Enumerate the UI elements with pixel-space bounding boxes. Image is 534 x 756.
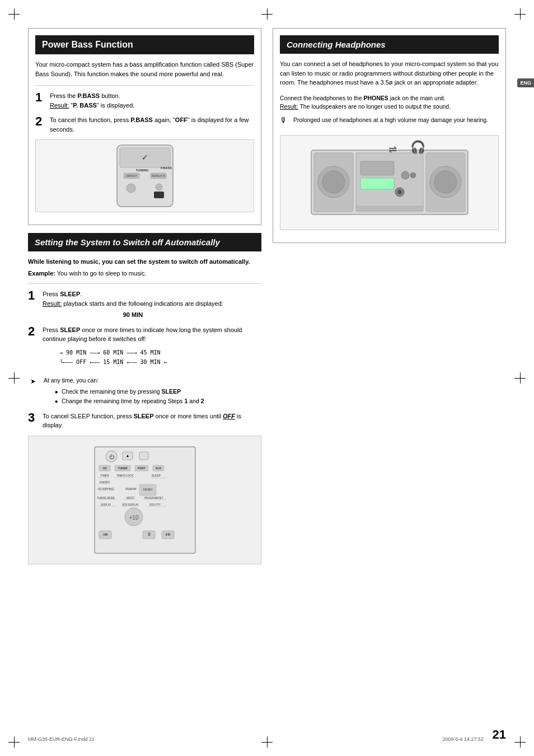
sleep-tip: ➤ At any time, you can: Check the remain… [28,376,261,408]
svg-text:⏸: ⏸ [146,531,151,537]
svg-rect-68 [360,178,394,189]
power-bass-intro: Your micro-compact system has a bass amp… [35,60,254,78]
svg-text:PORT: PORT [138,466,146,470]
headphones-section: Connecting Headphones You can connect a … [273,28,506,243]
step1-content: Press the P.BASS button. Result: "P. BAS… [50,91,134,110]
headphone-svg: ⇌ 🎧 [306,139,474,226]
svg-text:⇌: ⇌ [388,144,396,155]
example-label: Example: [28,270,55,277]
svg-text:DISPLAY: DISPLAY [100,503,111,506]
sleep-step2-content: Press SLEEP once or more times to indica… [43,325,261,371]
tip-arrow-icon: ➤ [30,377,40,385]
headphones-warning: 🎙 Prolonged use of headphones at a high … [280,116,499,129]
step1-result-text: "P. BASS" is displayed. [71,102,134,109]
svg-text:✓: ✓ [142,153,148,162]
power-bass-section: Power Bass Function Your micro-compact s… [28,28,261,225]
sleep-step2: 2 Press SLEEP once or more times to indi… [28,325,261,371]
sleep-diagram-bot: └——— OFF ←—— 15 MIN ←—— 30 MIN ← [59,358,261,366]
cassette-icon: 🎙 [280,116,290,125]
headphones-connect-text: Connect the headphones to the PHONES jac… [280,94,499,112]
sleep-step3-number: 3 [28,412,38,424]
sleep-diagram-top: → 90 MIN ——→ 60 MIN ——→ 45 MIN [59,348,261,357]
step2-number: 2 [35,115,45,128]
svg-text:AUX: AUX [155,466,161,470]
svg-text:TIMER: TIMER [100,474,109,477]
svg-point-65 [434,171,457,193]
svg-text:SLEEP: SLEEP [151,474,161,477]
sleep-example-text: Example: You wish to go to sleep to musi… [28,269,261,278]
headphones-result-text: The loudspeakers are no longer used to o… [299,103,451,110]
svg-text:RDS PTY: RDS PTY [149,503,161,506]
divider-1 [35,85,254,86]
headphones-result-label: Result: [280,103,298,110]
power-bass-step2: 2 To cancel this function, press P.BASS … [35,115,254,134]
power-bass-step1: 1 Press the P.BASS button. Result: "P. B… [35,91,254,110]
svg-text:⏮: ⏮ [102,531,107,537]
svg-text:P.BASS: P.BASS [161,166,172,170]
headphones-warning-text: Prolonged use of headphones at a high vo… [293,116,488,125]
step1-number: 1 [35,91,45,104]
tip-bullet2: Change the remaining time by repeating S… [55,396,204,406]
svg-text:ON/OFF: ON/OFF [99,480,110,484]
remote-svg: ✓ TUNING P.BASS REPEAT REPEAT B [89,142,201,209]
right-column: Connecting Headphones You can connect a … [273,28,506,569]
sleep-example-detail: You wish to go to sleep to music. [57,270,147,277]
sleep-while-text: While listening to music, you can set th… [28,257,261,267]
svg-rect-67 [360,161,394,175]
control-panel-svg: ⏻ ▲ CD TUNER PORT AUX [83,444,207,556]
remote-control-image: ✓ TUNING P.BASS REPEAT REPEAT B [35,139,254,212]
svg-rect-11 [154,192,164,198]
sleep-step1-content: Press SLEEP. Result: playback starts and… [43,290,223,320]
headphones-intro: You can connect a set of headphones to y… [280,59,499,87]
sleep-step2-number: 2 [28,325,38,338]
sleep-step2-text: Press SLEEP once or more times to indica… [43,326,242,343]
svg-text:REPEAT: REPEAT [126,174,137,178]
step2-text: To cancel this function, press P.BASS ag… [50,116,249,133]
svg-point-73 [401,171,409,179]
control-panel-image: ⏻ ▲ CD TUNER PORT AUX [28,436,261,564]
sleep-title: Setting the System to Switch off Automat… [28,233,261,251]
svg-text:TUNING MODE: TUNING MODE [97,497,115,500]
sleep-step1-result-label: Result: [43,300,62,307]
left-column: Power Bass Function Your micro-compact s… [28,28,261,569]
step1-result-label: Result: [50,102,69,109]
svg-text:MO/ST: MO/ST [126,497,134,500]
sleep-section: Setting the System to Switch off Automat… [28,233,261,564]
footer-left: MM-G35-EUR-ENG-F.indd 21 [28,736,95,742]
svg-text:PROGRAM/SET: PROGRAM/SET [144,497,163,500]
sleep-90min: 90 MIN [43,310,223,320]
page-number: 21 [493,727,506,742]
svg-point-70 [397,190,402,194]
sleep-step1-text: Press SLEEP. [43,291,82,297]
power-bass-title: Power Bass Function [35,35,254,54]
svg-text:REMAIN: REMAIN [125,487,137,491]
svg-text:+10: +10 [129,515,138,521]
svg-text:REPEAT B: REPEAT B [151,174,165,178]
svg-rect-75 [356,206,423,211]
svg-point-9 [127,184,135,193]
svg-point-62 [322,171,345,193]
svg-text:⏻: ⏻ [109,454,114,460]
sleep-tip-content: At any time, you can: Check the remainin… [44,376,204,408]
tip-text: At any time, you can: [44,377,99,384]
sleep-step3-content: To cancel SLEEP function, press SLEEP on… [43,412,261,430]
tip-bullet-list: Check the remaining time by pressing SLE… [55,387,204,406]
headphones-title: Connecting Headphones [280,35,499,54]
svg-text:CD RIPPING: CD RIPPING [97,487,114,491]
svg-text:TUNER: TUNER [118,466,128,470]
svg-text:▲: ▲ [125,454,129,458]
sleep-step3: 3 To cancel SLEEP function, press SLEEP … [28,412,261,430]
svg-text:TUNING: TUNING [135,169,148,172]
sleep-step3-text: To cancel SLEEP function, press SLEEP on… [43,413,241,429]
divider-2 [28,283,261,284]
step1-text: Press the P.BASS button. [50,92,120,99]
svg-text:TIME/CLOCK: TIME/CLOCK [116,474,133,477]
footer-right: 2009-5-4 14:27:52 [442,736,484,742]
tip-bullet1: Check the remaining time by pressing SLE… [55,387,204,396]
headphone-image: ⇌ 🎧 [280,135,499,230]
svg-point-74 [410,172,416,178]
sleep-step1: 1 Press SLEEP. Result: playback starts a… [28,290,261,320]
sleep-step1-number: 1 [28,290,38,302]
svg-text:DEMO: DEMO [143,488,152,491]
svg-text:CD: CD [102,466,107,470]
